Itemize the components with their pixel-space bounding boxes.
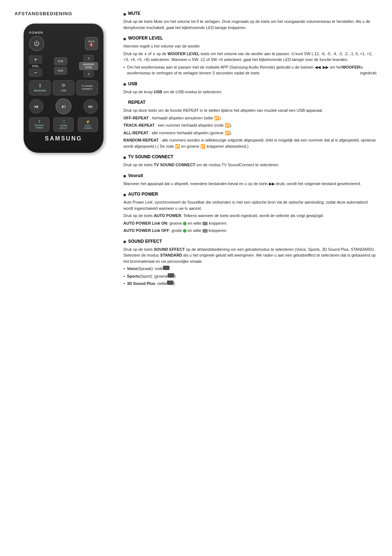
aux-button[interactable]: AUX xyxy=(54,67,67,75)
bluetooth-power-button[interactable]: ᛒ BluetoothPOWER xyxy=(29,117,49,132)
section-woofer-level: WOOFER LEVEL Hiermee regelt u het volume… xyxy=(123,36,377,76)
remote-control: POWER ⏻ MUTE 🔇 + VOL − D.IN xyxy=(24,24,103,153)
usb-icon: ⟳ xyxy=(62,83,65,89)
vooruit-title: Vooruit xyxy=(128,173,143,178)
usb-label: USB xyxy=(61,89,66,92)
sound-effect-icon: 🎵 xyxy=(61,119,66,124)
sports-icon xyxy=(168,273,174,278)
tv-sound-label: TV SOUNDCONNECT xyxy=(81,85,93,91)
usb-text: Druk op de knop USB om de USB-modus te s… xyxy=(123,89,377,95)
bluetooth-label: Bluetooth xyxy=(34,89,46,92)
tv-sound-body: Druk op de toets TV SOUND CONNECT om de … xyxy=(123,162,377,168)
page-title: AFSTANDSBEDIENING xyxy=(11,11,116,16)
green-circle-2 xyxy=(183,229,187,233)
power-label: POWER xyxy=(29,31,98,34)
woofer-body: Hiermee regelt u het volume van de woofe… xyxy=(123,43,377,76)
auto-power-dot xyxy=(123,194,126,196)
sound-effect-button[interactable]: 🎵 SOUNDEFFECT xyxy=(53,117,74,132)
bluetooth-power-label: BluetoothPOWER xyxy=(34,124,44,129)
mute-title: MUTE xyxy=(128,11,140,16)
woofer-dot xyxy=(123,38,126,40)
repeat-off: OFF-REPEAT : herhaald afspelen annuleren… xyxy=(123,115,377,121)
sound-effect-intro: Druk op de toets SOUND EFFECT op de afst… xyxy=(123,246,377,265)
vooruit-body: Wanneer het apparaat dat u afspeelt, mee… xyxy=(123,181,377,187)
vooruit-text: Wanneer het apparaat dat u afspeelt, mee… xyxy=(123,181,377,187)
power-button[interactable]: ⏻ xyxy=(29,36,44,51)
sound-effect-label: SOUNDEFFECT xyxy=(60,124,67,129)
din-button[interactable]: D.IN xyxy=(54,57,67,65)
woofer-down-button[interactable]: ∨ xyxy=(83,71,94,77)
section-vooruit: Vooruit Wanneer het apparaat dat u afspe… xyxy=(123,173,377,187)
white-arrow-icon-1 xyxy=(203,222,208,225)
repeat-track: TRACK-REPEAT : een nummer herhaald afspe… xyxy=(123,122,377,128)
auto-power-body: Auto Power Link: synchroniseert de Sound… xyxy=(123,199,377,234)
tv-sound-dot xyxy=(123,156,126,159)
repeat-body: Druk op deze toets om de functie REPEAT … xyxy=(123,107,377,149)
woofer-bullet: Om het wooferniveau aan te passen met de… xyxy=(123,64,377,76)
mute-body: Druk op de toets Mute om het volume tot … xyxy=(123,19,377,30)
bluetooth-icon: ᛒ xyxy=(39,83,41,89)
repeat-all: ALL-REPEAT : alle nummers herhaald afspe… xyxy=(123,130,377,136)
vol-plus-button[interactable]: + xyxy=(29,56,42,64)
mute-button[interactable]: MUTE 🔇 xyxy=(85,37,98,50)
woofer-up-button[interactable]: ∧ xyxy=(83,55,94,61)
sound-effect-body: Druk op de toets SOUND EFFECT op de afst… xyxy=(123,246,377,287)
sound-voice: Voice(Spraak): rode xyxy=(123,266,377,272)
usb-button[interactable]: ⟳ USB xyxy=(53,80,74,95)
section-tv-sound: TV SOUND CONNECT Druk op de toets TV SOU… xyxy=(123,154,377,168)
3d-icon xyxy=(167,281,173,285)
tv-sound-connect-button[interactable]: TV SOUNDCONNECT xyxy=(76,80,98,95)
usb-title: USB xyxy=(128,81,137,86)
usb-body: Druk op de knop USB om de USB-modus te s… xyxy=(123,89,377,95)
page: AFSTANDSBEDIENING POWER ⏻ MUTE 🔇 + VOL − xyxy=(0,0,392,556)
section-sound-effect: SOUND EFFECT Druk op de toets SOUND EFFE… xyxy=(123,239,377,287)
green-circle-1 xyxy=(183,222,187,225)
woofer-detail: Druk op de ∧ of ∨ op de WOOFER LEVEL-toe… xyxy=(123,51,377,63)
play-pause-button[interactable]: ⏯ xyxy=(56,98,72,114)
section-auto-power: AUTO POWER Auto Power Link: synchronisee… xyxy=(123,192,377,234)
vol-minus-button[interactable]: − xyxy=(29,69,42,77)
sound-effect-title: SOUND EFFECT xyxy=(128,239,162,244)
woofer-label: WOOFERLEVEL xyxy=(79,62,98,70)
bluetooth-button[interactable]: ᛒ Bluetooth xyxy=(29,80,51,95)
tv-sound-text: Druk op de toets TV SOUND CONNECT om de … xyxy=(123,162,377,168)
vooruit-dot xyxy=(123,175,126,177)
auto-power-intro: Auto Power Link: synchroniseert de Sound… xyxy=(123,199,377,211)
mute-text: Druk op de toets Mute om het volume tot … xyxy=(123,19,377,30)
sound-effect-dot xyxy=(123,241,126,243)
next-button[interactable]: ⏭ xyxy=(83,99,98,114)
section-usb: USB Druk op de knop USB om de USB-modus … xyxy=(123,81,377,95)
samsung-logo: SAMSUNG xyxy=(29,135,98,142)
auto-power-off: AUTO POWER Link OFF: grode en witte knip… xyxy=(123,228,377,234)
section-mute: MUTE Druk op de toets Mute om het volume… xyxy=(123,11,377,30)
section-repeat: REPEAT Druk op deze toets om de functie … xyxy=(123,100,377,149)
bluetooth-power-icon: ᛒ xyxy=(38,120,40,124)
auto-power-detail: Druk op de toets AUTO POWER. Telkens wan… xyxy=(123,213,377,219)
right-column: MUTE Druk op de toets Mute om het volume… xyxy=(116,11,392,545)
voice-icon xyxy=(163,266,170,270)
auto-power-button[interactable]: ⚡ AUTOPOWER xyxy=(78,117,98,132)
vol-label: VOL xyxy=(32,64,39,68)
repeat-intro: Druk op deze toets om de functie REPEAT … xyxy=(123,107,377,114)
repeat-random: RANDOM-REPEAT : alle nummers worden in w… xyxy=(123,137,377,149)
sound-3d: 3D Sound Plus : (witte ) xyxy=(123,281,377,287)
auto-power-label: AUTOPOWER xyxy=(84,124,92,129)
white-arrow-icon-2 xyxy=(203,229,208,233)
auto-power-title: AUTO POWER xyxy=(128,192,158,197)
usb-dot xyxy=(123,83,126,86)
sound-sports: Sports(Sport): (groene ) xyxy=(123,273,377,279)
repeat-title: REPEAT xyxy=(128,100,146,105)
mute-dot xyxy=(123,13,126,16)
auto-power-on: AUTO POWER Link ON: groene en witte knip… xyxy=(123,220,377,226)
woofer-intro: Hiermee regelt u het volume van de woofe… xyxy=(123,43,377,49)
tv-sound-title: TV SOUND CONNECT xyxy=(128,154,173,159)
auto-power-icon: ⚡ xyxy=(86,119,90,124)
left-column: AFSTANDSBEDIENING POWER ⏻ MUTE 🔇 + VOL − xyxy=(0,11,116,545)
previous-button[interactable]: ⏮ xyxy=(29,99,44,114)
woofer-title: WOOFER LEVEL xyxy=(128,36,163,41)
